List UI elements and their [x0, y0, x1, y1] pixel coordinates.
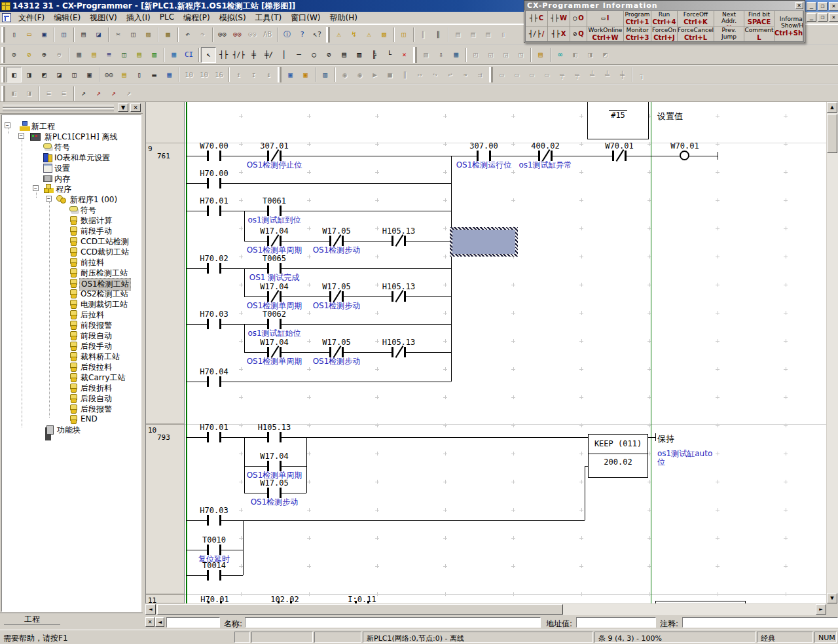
tree-item-设置[interactable]: 设置	[2, 163, 141, 173]
tree-item-程序[interactable]: 程序	[2, 184, 141, 194]
contact-W70.00[interactable]	[207, 151, 221, 161]
horizontal-scroll-thumb[interactable]	[157, 604, 563, 615]
symbol-bar-close-button[interactable]: ✕	[145, 617, 155, 627]
tree-item-后段折料[interactable]: 后段折料	[2, 383, 141, 393]
window-minimize-button[interactable]: _	[807, 2, 816, 10]
copy-button[interactable]: ◫	[126, 27, 141, 43]
tree-item-label[interactable]: 后段折料	[79, 383, 113, 394]
tree-item-label[interactable]: 内存	[53, 173, 71, 185]
tree-item-裁Carry工站[interactable]: 裁Carry工站	[2, 372, 141, 382]
menu-模拟S[interactable]: 模拟(S)	[215, 11, 251, 25]
tree-item-功能块[interactable]: 功能块	[2, 425, 141, 435]
window-close-button[interactable]: ✕	[829, 2, 838, 10]
contact-H70.01[interactable]	[207, 432, 221, 442]
transfer-check-button[interactable]: ▧	[376, 27, 392, 43]
vertical-down-button[interactable]: └	[382, 47, 397, 63]
tree-item-label[interactable]: CCD工站检测	[79, 236, 130, 247]
tree-item-后段自动[interactable]: 后段自动	[2, 393, 141, 403]
tree-item-label[interactable]: 后拉料	[79, 310, 105, 321]
new-function-block-button[interactable]: ╠	[367, 47, 382, 63]
tree-item-内存[interactable]: 内存	[2, 173, 141, 183]
menu-编辑E[interactable]: 编辑(E)	[49, 11, 85, 25]
rung-comment-button[interactable]: ▤	[86, 47, 101, 63]
tree-item-label[interactable]: 后段手动	[79, 341, 113, 352]
sync-play-button[interactable]: ▥	[318, 67, 333, 82]
new-coil-button[interactable]: ○	[306, 47, 321, 63]
io-comment-view-button[interactable]: ▦	[166, 47, 181, 63]
io-multipoint-button[interactable]: ▤	[533, 47, 548, 63]
tree-item-label[interactable]: 符号	[53, 142, 71, 153]
tree-item-前拉料[interactable]: 前拉料	[2, 257, 141, 267]
tree-item-label[interactable]: 符号	[79, 205, 98, 216]
menu-插入I[interactable]: 插入(I)	[122, 11, 155, 25]
scroll-down-button[interactable]: ▼	[827, 593, 837, 603]
contact-H70.02[interactable]	[207, 263, 221, 274]
monitor-pane-button[interactable]: ◫	[117, 47, 132, 63]
tree-item-裁料桥工站[interactable]: 裁料桥工站	[2, 351, 141, 361]
tab-project[interactable]: 工程	[4, 613, 60, 625]
help-topics-button[interactable]: ?	[295, 27, 310, 43]
document-close-button[interactable]: ✕	[829, 13, 838, 22]
tree-item-CCD工站检测[interactable]: CCD工站检测	[2, 236, 141, 246]
new-instruction-button[interactable]: ▤	[337, 47, 352, 63]
symbol-extra-field[interactable]	[166, 617, 220, 628]
tree-item-END[interactable]: END	[2, 414, 141, 424]
contact-T0014[interactable]	[207, 570, 221, 581]
workspace-dropdown-button[interactable]: ▼	[118, 103, 128, 112]
contact-closed-W70.01[interactable]	[612, 151, 627, 161]
select-mode-button[interactable]: ↖	[201, 47, 216, 63]
tree-item-OS2检测工站[interactable]: OS2检测工站	[2, 289, 141, 298]
properties-button[interactable]: ▣	[82, 67, 97, 82]
toolbar-grip[interactable]	[1, 47, 5, 63]
tree-item-后拉料[interactable]: 后拉料	[2, 310, 141, 319]
symbol-bar-collapse-button[interactable]: ◄	[155, 617, 164, 627]
horizontal-scrollbar[interactable]: ◄ ►	[145, 604, 826, 615]
window-restore-button[interactable]: ❐	[818, 2, 828, 10]
zoom-normal-button[interactable]: ⊙	[7, 47, 22, 63]
context-help-button[interactable]: ↖?	[310, 27, 325, 43]
tree-item-label[interactable]: 裁Carry工站	[79, 372, 127, 384]
tree-item-新工程[interactable]: 新工程	[2, 121, 141, 131]
document-minimize-button[interactable]: _	[807, 13, 816, 22]
menu-视图V[interactable]: 视图(V)	[85, 11, 122, 25]
toolbar-grip[interactable]	[1, 27, 5, 43]
paste-button[interactable]: ▨	[141, 27, 156, 43]
new-contact-button[interactable]: ┤├	[216, 47, 231, 63]
tree-item-label[interactable]: 程序	[54, 184, 73, 195]
dialog-monitor-button[interactable]: ▬	[147, 67, 162, 82]
toggle-grid-button[interactable]: ▦	[71, 47, 86, 63]
replace-button[interactable]: ⊙⊙	[230, 27, 245, 43]
tree-item-新PLC1[CP1H] 离线[interactable]: 新PLC1[CP1H] 离线	[2, 132, 141, 141]
page-magnify-button[interactable]: ◫	[56, 27, 71, 43]
pause-button[interactable]: ∥	[431, 27, 446, 43]
new-symbol-button[interactable]: ▤	[117, 67, 132, 82]
new-closed-coil-button[interactable]: ⊘	[321, 47, 337, 63]
zoom-in-button[interactable]: ⊕	[37, 47, 52, 63]
constant-instruction-box[interactable]: #15	[587, 102, 649, 139]
tree-item-OS1检测工站[interactable]: OS1检测工站	[2, 278, 141, 288]
pen-percent-b-button[interactable]: ↗	[106, 86, 121, 101]
contact-H70.01[interactable]	[207, 206, 221, 216]
toggle-cross-reference-button[interactable]: ◪	[52, 67, 67, 82]
find-report-button[interactable]: ⚠	[361, 27, 376, 43]
tree-item-label[interactable]: 裁料桥工站	[79, 351, 121, 363]
menu-帮助H[interactable]: 帮助(H)	[325, 11, 362, 25]
tree-item-后段报警[interactable]: 后段报警	[2, 404, 141, 414]
contact-H70.03[interactable]	[207, 319, 221, 329]
menu-PLC[interactable]: PLC	[155, 11, 179, 25]
ladder-canvas[interactable]: 97611079311829W70.00307.01OS1检测停止位307.00…	[145, 102, 826, 603]
toolbar-grip[interactable]	[489, 67, 493, 82]
tree-item-前段手动[interactable]: 前段手动	[2, 226, 141, 236]
toggle-watch-window-button[interactable]: ◩	[37, 67, 52, 82]
simulator-monitor-button[interactable]: ▣	[298, 67, 313, 82]
menu-工具T[interactable]: 工具(T)	[251, 11, 287, 25]
contact-closed-H105.13[interactable]	[392, 291, 406, 302]
rung-header-10[interactable]: 10793	[146, 424, 184, 594]
tree-item-label[interactable]: 设置	[53, 163, 71, 174]
tree-item-label[interactable]: 新PLC1[CP1H] 离线	[43, 132, 118, 143]
open-button[interactable]: ▭	[22, 27, 37, 43]
tree-item-前段报警[interactable]: 前段报警	[2, 320, 141, 330]
tree-item-label[interactable]: END	[79, 414, 99, 423]
new-horizontal-button[interactable]: ─	[291, 47, 306, 63]
new-closed-instruction-button[interactable]: ▥	[352, 47, 367, 63]
